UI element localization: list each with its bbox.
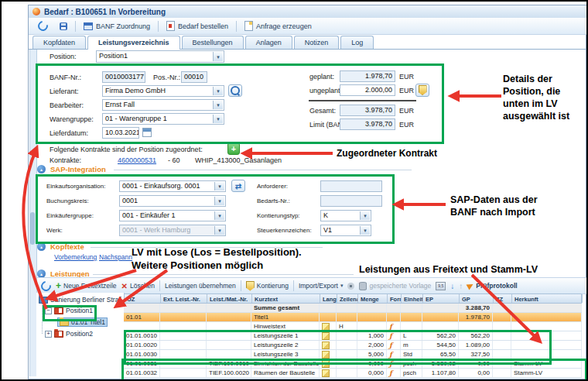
refresh-button[interactable] [34, 19, 52, 33]
tab-notizen[interactable]: Notizen [294, 36, 340, 49]
contract-number-link[interactable]: 4600000531 [118, 156, 156, 164]
chevron-down-icon[interactable] [213, 52, 223, 61]
column-header-ep[interactable]: EP [423, 294, 460, 303]
tab-log[interactable]: Log [340, 36, 374, 49]
scrollbar-thumb[interactable] [30, 212, 35, 245]
column-header-formel[interactable]: Formel [388, 294, 402, 303]
tab-kopfdaten[interactable]: Kopfdaten [32, 36, 86, 49]
chevron-down-icon[interactable] [214, 197, 224, 205]
table-row[interactable]: 01.01.0010Leistungszeile 11,000L562,2056… [124, 331, 582, 341]
collapse-toggle-icon[interactable] [45, 307, 52, 314]
sap-sync-button[interactable] [231, 180, 245, 192]
chevron-down-icon[interactable] [213, 115, 223, 123]
expand-toggle-icon[interactable] [45, 331, 52, 338]
window-titlebar[interactable]: Bedarf : B100651 In Vorbereitung [29, 5, 588, 19]
langtext-note-icon[interactable] [322, 323, 330, 331]
calendar-icon[interactable] [142, 128, 152, 137]
column-header-einheit[interactable]: Einheit [402, 294, 423, 303]
banf-zuordnung-button[interactable]: BANF Zuordnung [80, 20, 154, 33]
langtext-note-icon[interactable] [322, 351, 330, 359]
leistungen-uebernehmen-button[interactable]: Leistungen übernehmen [165, 282, 236, 290]
tree-node-position2[interactable]: Position2 [45, 330, 93, 338]
bedarfs-nr-field[interactable] [320, 195, 382, 207]
chevron-down-icon[interactable] [214, 182, 224, 190]
table-row[interactable]: 01.01.0030Leistungszeile 35,000Std65,503… [124, 350, 582, 359]
column-header-herkunft[interactable]: Herkunft [512, 294, 583, 303]
table-row[interactable]: Summe gesamt3.288,70 [124, 304, 582, 313]
ungeplant-field[interactable]: 2.000,00 [340, 84, 395, 96]
add-contract-button[interactable] [227, 142, 240, 155]
column-header-mat[interactable]: Leist./Mat.-Nr. [207, 294, 252, 303]
chevron-down-icon[interactable] [213, 101, 223, 109]
kontierung-button[interactable]: Kontierung [246, 281, 289, 291]
tree-node-titel1[interactable]: 01.01 Titel1 [57, 318, 108, 327]
tab-leistungsverzeichnis[interactable]: Leistungsverzeichnis [87, 36, 180, 50]
table-row[interactable]: 01.01.0031TIEF.100.0010Einrichten der Ba… [124, 359, 582, 369]
vorbemerkung-link[interactable]: Vorbemerkung [54, 253, 97, 261]
formula-icon[interactable] [389, 351, 392, 359]
pruefprotokoll-button[interactable]: Prüfprotokoll [467, 282, 517, 290]
ungeplant-kontierung-button[interactable] [415, 84, 429, 97]
formula-icon[interactable] [389, 332, 392, 340]
anforderer-field[interactable] [320, 180, 382, 192]
column-header-ext[interactable]: Ext. Leist.-Nr. [161, 294, 207, 303]
formula-icon[interactable] [389, 342, 392, 349]
column-header-gp[interactable]: GP [460, 294, 494, 303]
column-header-menge[interactable]: Menge [358, 294, 388, 303]
geplant-field[interactable]: 1.978,70 [340, 70, 395, 82]
table-row[interactable]: 01.01.0020Leistungszeile 22,000m544,501.… [124, 341, 582, 350]
formula-icon[interactable] [389, 323, 392, 331]
steuerkennzeichen-select[interactable]: V1 [320, 225, 371, 236]
chevron-down-icon[interactable] [360, 226, 370, 235]
save-button[interactable] [56, 20, 71, 33]
column-header-kurztext[interactable]: Kurztext [252, 294, 320, 303]
column-header-zz[interactable]: ZZ [494, 294, 512, 303]
chevron-down-icon[interactable] [213, 87, 223, 95]
bearbeiter-select[interactable]: Ernst Fall [102, 99, 224, 111]
tree-node-position1[interactable]: Position1 [45, 307, 93, 314]
column-header-langtext[interactable]: Langtext [320, 294, 337, 303]
warengruppe-select[interactable]: 01 - Warengruppe 1 [102, 113, 224, 125]
import-export-menu[interactable]: Import/Export ▾ [299, 282, 344, 290]
lieferant-select[interactable]: Firma Demo GmbH [102, 85, 224, 97]
kontierungstyp-select[interactable]: K [320, 210, 371, 221]
langtext-note-icon[interactable] [322, 332, 330, 340]
langtext-note-icon[interactable] [322, 342, 330, 349]
gesamt-field[interactable]: 3.978,70 [340, 105, 395, 116]
table-row[interactable]: HinweistextH [124, 322, 582, 331]
langtext-note-icon[interactable] [322, 360, 330, 368]
chevron-down-icon[interactable] [214, 211, 224, 220]
chevron-down-icon[interactable] [360, 211, 370, 220]
buchungskreis-select[interactable]: 0001 [119, 195, 226, 207]
table-row[interactable]: 01.01.0032TIEF.100.0020Räumen der Bauste… [124, 369, 582, 378]
move-up-button[interactable] [459, 282, 463, 290]
collapse-section-icon[interactable] [37, 165, 46, 173]
einkaufsorg-select[interactable]: 0001 - Einkaufsorg. 0001 [119, 180, 226, 192]
pos-nr-field[interactable]: 00010 [181, 71, 207, 83]
tree-node-root[interactable]: Sanierung Berliner Straße [39, 296, 121, 304]
anfrage-erzeugen-button[interactable]: Anfrage erzeugen [241, 19, 316, 33]
column-header-oz[interactable]: OZ [125, 294, 161, 303]
lieferant-search-button[interactable] [228, 84, 242, 97]
decimals-button[interactable] [436, 282, 446, 290]
move-down-button[interactable] [450, 282, 454, 290]
tab-bestellungen[interactable]: Bestellungen [182, 36, 244, 49]
limit-banf-field[interactable]: 3.978,70 [340, 118, 395, 130]
lieferdatum-field[interactable]: 10.03.2021 [102, 127, 139, 139]
column-header-zeilenart[interactable]: Zeilenart [337, 294, 358, 303]
neue-freitextzeile-button[interactable]: Neue Freitextzeile [56, 281, 117, 290]
langtext-note-icon[interactable] [322, 369, 330, 377]
position-select[interactable]: Position1 [96, 50, 224, 63]
einkaeufergruppe-select[interactable]: 001 - Einkäufer 1 [119, 210, 226, 221]
formula-icon[interactable] [389, 360, 392, 368]
lv-refresh-button[interactable] [41, 281, 51, 291]
collapse-section-icon[interactable] [37, 242, 46, 251]
tab-anlagen[interactable]: Anlagen [245, 36, 292, 49]
preview-button[interactable] [347, 283, 354, 290]
nachspann-link[interactable]: Nachspann [99, 253, 132, 261]
loeschen-button[interactable]: Löschen [121, 282, 156, 290]
table-row[interactable]: 01.01Titel11.978,70 [124, 313, 582, 322]
formula-icon[interactable] [389, 369, 392, 377]
banf-nr-field[interactable]: 0010003177 [102, 71, 145, 83]
bedarf-bestellen-button[interactable]: Bedarf bestellen [162, 19, 232, 33]
